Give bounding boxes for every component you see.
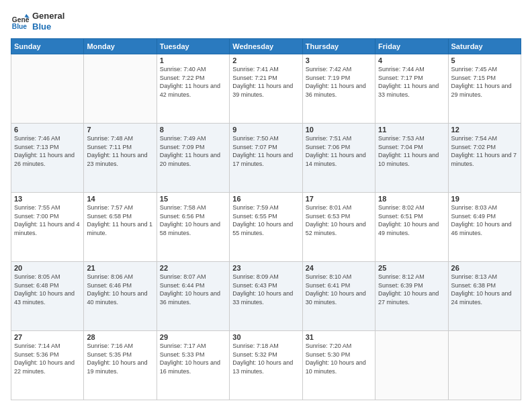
day-number: 9 (232, 126, 299, 134)
day-info: Sunrise: 7:16 AM Sunset: 5:35 PM Dayligh… (87, 342, 153, 375)
day-info: Sunrise: 8:09 AM Sunset: 6:43 PM Dayligh… (232, 273, 299, 306)
week-row-2: 6Sunrise: 7:46 AM Sunset: 7:13 PM Daylig… (11, 124, 521, 193)
day-number: 23 (232, 264, 299, 272)
calendar-cell: 30Sunrise: 7:18 AM Sunset: 5:32 PM Dayli… (230, 331, 302, 400)
calendar-cell: 16Sunrise: 7:59 AM Sunset: 6:55 PM Dayli… (230, 193, 302, 262)
logo-text-general: General (32, 11, 64, 21)
day-number: 27 (14, 333, 81, 341)
calendar-header-row: SundayMondayTuesdayWednesdayThursdayFrid… (11, 39, 521, 54)
calendar-cell: 13Sunrise: 7:55 AM Sunset: 7:00 PM Dayli… (11, 193, 84, 262)
day-info: Sunrise: 7:42 AM Sunset: 7:19 PM Dayligh… (306, 65, 372, 99)
day-number: 15 (160, 195, 226, 203)
day-info: Sunrise: 7:58 AM Sunset: 6:56 PM Dayligh… (160, 203, 226, 237)
calendar-cell: 19Sunrise: 8:03 AM Sunset: 6:49 PM Dayli… (448, 193, 521, 262)
day-number: 21 (87, 264, 153, 272)
calendar-cell: 2Sunrise: 7:41 AM Sunset: 7:21 PM Daylig… (230, 54, 302, 124)
logo-icon: General Blue (11, 12, 30, 31)
day-info: Sunrise: 8:02 AM Sunset: 6:51 PM Dayligh… (378, 203, 445, 237)
calendar-cell (11, 54, 84, 124)
calendar-cell: 22Sunrise: 8:07 AM Sunset: 6:44 PM Dayli… (157, 262, 229, 331)
calendar-cell: 7Sunrise: 7:48 AM Sunset: 7:11 PM Daylig… (84, 124, 157, 193)
day-number: 6 (14, 126, 81, 134)
calendar-cell: 11Sunrise: 7:53 AM Sunset: 7:04 PM Dayli… (375, 124, 448, 193)
day-number: 8 (160, 126, 226, 134)
day-info: Sunrise: 8:01 AM Sunset: 6:53 PM Dayligh… (306, 203, 372, 237)
day-number: 16 (232, 195, 299, 203)
day-info: Sunrise: 7:49 AM Sunset: 7:09 PM Dayligh… (160, 134, 226, 168)
day-info: Sunrise: 7:14 AM Sunset: 5:36 PM Dayligh… (14, 342, 81, 375)
day-number: 5 (451, 56, 518, 64)
day-number: 17 (306, 195, 372, 203)
day-number: 3 (306, 56, 372, 64)
weekday-header-sunday: Sunday (11, 39, 84, 54)
calendar-cell: 8Sunrise: 7:49 AM Sunset: 7:09 PM Daylig… (157, 124, 229, 193)
calendar-cell: 25Sunrise: 8:12 AM Sunset: 6:39 PM Dayli… (375, 262, 448, 331)
calendar-cell (375, 331, 448, 400)
calendar-cell: 5Sunrise: 7:45 AM Sunset: 7:15 PM Daylig… (448, 54, 521, 124)
calendar-cell: 10Sunrise: 7:51 AM Sunset: 7:06 PM Dayli… (302, 124, 375, 193)
calendar-table: SundayMondayTuesdayWednesdayThursdayFrid… (11, 38, 521, 400)
svg-text:Blue: Blue (12, 23, 28, 30)
day-number: 19 (451, 195, 518, 203)
day-info: Sunrise: 8:03 AM Sunset: 6:49 PM Dayligh… (451, 203, 518, 237)
calendar-cell: 24Sunrise: 8:10 AM Sunset: 6:41 PM Dayli… (302, 262, 375, 331)
day-info: Sunrise: 7:59 AM Sunset: 6:55 PM Dayligh… (232, 203, 299, 237)
day-info: Sunrise: 7:55 AM Sunset: 7:00 PM Dayligh… (14, 203, 81, 237)
day-info: Sunrise: 7:51 AM Sunset: 7:06 PM Dayligh… (306, 134, 372, 168)
calendar-cell: 29Sunrise: 7:17 AM Sunset: 5:33 PM Dayli… (157, 331, 229, 400)
day-info: Sunrise: 8:10 AM Sunset: 6:41 PM Dayligh… (306, 273, 372, 306)
day-info: Sunrise: 7:50 AM Sunset: 7:07 PM Dayligh… (232, 134, 299, 168)
day-number: 22 (160, 264, 226, 272)
day-number: 20 (14, 264, 81, 272)
day-number: 28 (87, 333, 153, 341)
calendar-cell: 6Sunrise: 7:46 AM Sunset: 7:13 PM Daylig… (11, 124, 84, 193)
day-number: 1 (160, 56, 226, 64)
calendar-cell: 23Sunrise: 8:09 AM Sunset: 6:43 PM Dayli… (230, 262, 302, 331)
calendar-cell: 12Sunrise: 7:54 AM Sunset: 7:02 PM Dayli… (448, 124, 521, 193)
day-info: Sunrise: 7:20 AM Sunset: 5:30 PM Dayligh… (306, 342, 372, 375)
weekday-header-saturday: Saturday (448, 39, 521, 54)
week-row-4: 20Sunrise: 8:05 AM Sunset: 6:48 PM Dayli… (11, 262, 521, 331)
day-number: 25 (378, 264, 445, 272)
day-info: Sunrise: 7:17 AM Sunset: 5:33 PM Dayligh… (160, 342, 226, 375)
day-number: 12 (451, 126, 518, 134)
day-number: 31 (306, 333, 372, 341)
day-info: Sunrise: 7:18 AM Sunset: 5:32 PM Dayligh… (232, 342, 299, 375)
calendar-cell: 9Sunrise: 7:50 AM Sunset: 7:07 PM Daylig… (230, 124, 302, 193)
calendar-cell: 26Sunrise: 8:13 AM Sunset: 6:38 PM Dayli… (448, 262, 521, 331)
day-number: 18 (378, 195, 445, 203)
day-number: 24 (306, 264, 372, 272)
week-row-5: 27Sunrise: 7:14 AM Sunset: 5:36 PM Dayli… (11, 331, 521, 400)
day-number: 7 (87, 126, 153, 134)
day-number: 10 (306, 126, 372, 134)
weekday-header-wednesday: Wednesday (230, 39, 302, 54)
calendar-cell: 15Sunrise: 7:58 AM Sunset: 6:56 PM Dayli… (157, 193, 229, 262)
week-row-3: 13Sunrise: 7:55 AM Sunset: 7:00 PM Dayli… (11, 193, 521, 262)
page: General Blue General Blue SundayMondayTu… (0, 0, 532, 411)
calendar-cell: 1Sunrise: 7:40 AM Sunset: 7:22 PM Daylig… (157, 54, 229, 124)
calendar-cell: 4Sunrise: 7:44 AM Sunset: 7:17 PM Daylig… (375, 54, 448, 124)
calendar-cell (84, 54, 157, 124)
logo-text-blue: Blue (32, 21, 64, 32)
day-info: Sunrise: 8:05 AM Sunset: 6:48 PM Dayligh… (14, 273, 81, 306)
day-info: Sunrise: 8:13 AM Sunset: 6:38 PM Dayligh… (451, 273, 518, 306)
weekday-header-tuesday: Tuesday (157, 39, 229, 54)
calendar-cell: 31Sunrise: 7:20 AM Sunset: 5:30 PM Dayli… (302, 331, 375, 400)
weekday-header-monday: Monday (84, 39, 157, 54)
calendar-cell: 18Sunrise: 8:02 AM Sunset: 6:51 PM Dayli… (375, 193, 448, 262)
calendar-cell: 21Sunrise: 8:06 AM Sunset: 6:46 PM Dayli… (84, 262, 157, 331)
day-info: Sunrise: 7:53 AM Sunset: 7:04 PM Dayligh… (378, 134, 445, 168)
day-number: 11 (378, 126, 445, 134)
day-info: Sunrise: 8:07 AM Sunset: 6:44 PM Dayligh… (160, 273, 226, 306)
day-info: Sunrise: 7:41 AM Sunset: 7:21 PM Dayligh… (232, 65, 299, 99)
calendar-cell: 27Sunrise: 7:14 AM Sunset: 5:36 PM Dayli… (11, 331, 84, 400)
calendar-cell (448, 331, 521, 400)
day-info: Sunrise: 7:40 AM Sunset: 7:22 PM Dayligh… (160, 65, 226, 99)
day-info: Sunrise: 8:06 AM Sunset: 6:46 PM Dayligh… (87, 273, 153, 306)
day-info: Sunrise: 7:54 AM Sunset: 7:02 PM Dayligh… (451, 134, 518, 168)
week-row-1: 1Sunrise: 7:40 AM Sunset: 7:22 PM Daylig… (11, 54, 521, 124)
calendar-cell: 14Sunrise: 7:57 AM Sunset: 6:58 PM Dayli… (84, 193, 157, 262)
calendar-cell: 28Sunrise: 7:16 AM Sunset: 5:35 PM Dayli… (84, 331, 157, 400)
day-number: 14 (87, 195, 153, 203)
day-info: Sunrise: 8:12 AM Sunset: 6:39 PM Dayligh… (378, 273, 445, 306)
